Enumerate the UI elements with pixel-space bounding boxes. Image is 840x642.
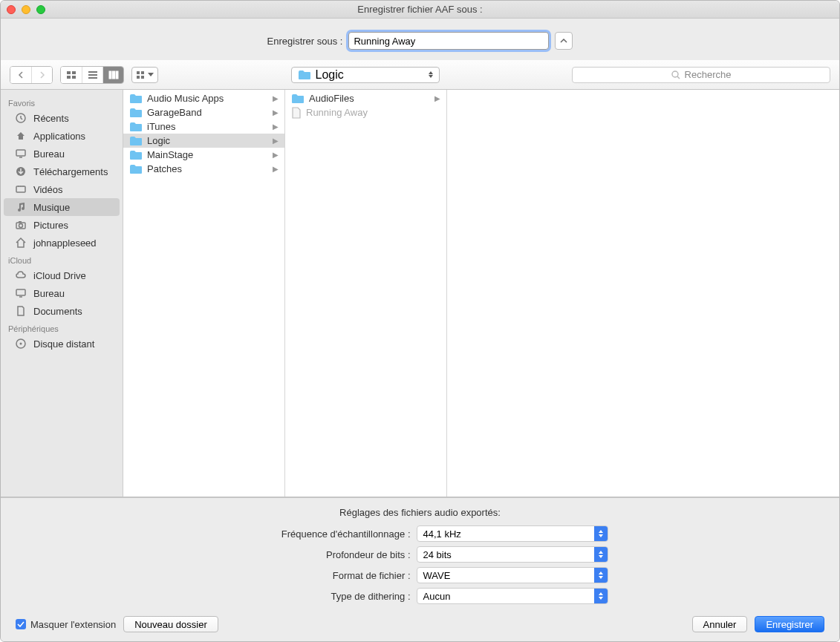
setting-select-3[interactable]: Aucun [417,588,608,604]
desktop-icon [14,286,27,300]
sidebar-item-vidéos[interactable]: Vidéos [1,180,123,198]
sidebar-item-applications[interactable]: Applications [1,127,123,145]
sidebar-item-musique[interactable]: Musique [4,198,120,216]
setting-select-1[interactable]: 24 bits [417,546,608,563]
file-icon [291,107,302,119]
sidebar-item-icloud-drive[interactable]: iCloud Drive [1,266,123,284]
svg-rect-2 [67,76,71,79]
sidebar-item-bureau[interactable]: Bureau [1,284,123,302]
setting-row: Profondeur de bits :24 bits [232,546,608,563]
sidebar-item-label: iCloud Drive [33,270,86,281]
chevron-right-icon: ▶ [273,165,279,173]
sidebar-item-pictures[interactable]: Pictures [1,216,123,234]
save-as-row: Enregistrer sous : [1,19,839,60]
forward-button[interactable] [31,67,52,83]
sidebar-item-label: Téléchargements [33,166,108,177]
folder-item-mainstage[interactable]: MainStage▶ [123,148,284,162]
item-label: GarageBand [147,107,202,118]
disc-icon [14,337,27,350]
item-label: MainStage [147,149,193,160]
path-selector[interactable]: Logic [291,67,440,83]
collapse-dialog-button[interactable] [555,32,573,50]
svg-point-21 [18,186,19,187]
icon-view-button[interactable] [61,67,82,83]
nav-buttons [10,66,53,84]
svg-line-15 [677,76,680,79]
setting-row: Fréquence d'échantillonnage :44,1 kHz [232,525,608,542]
checkbox-checked-icon [16,619,26,629]
save-button[interactable]: Enregistrer [755,616,824,632]
back-button[interactable] [10,67,31,83]
doc-icon [14,304,27,318]
footer: Masquer l'extension Nouveau dossier Annu… [1,609,839,641]
music-icon [14,200,27,214]
filename-input[interactable] [348,32,549,50]
column-view-button[interactable] [102,67,123,83]
sidebar-item-label: Musique [33,202,70,213]
export-settings-panel: Réglages des fichiers audio exportés: Fr… [1,497,839,609]
sidebar-item-téléchargements[interactable]: Téléchargements [1,163,123,180]
select-value: WAVE [423,570,451,581]
list-view-button[interactable] [82,67,102,83]
folder-item-logic[interactable]: Logic▶ [123,134,284,148]
close-button[interactable] [7,5,16,14]
setting-label: Type de dithering : [232,591,411,602]
camera-icon [14,218,27,232]
save-dialog-window: Enregistrer fichier AAF sous : Enregistr… [0,0,840,642]
save-as-label: Enregistrer sous : [267,36,343,47]
desktop-icon [14,147,27,160]
svg-rect-4 [88,71,97,73]
svg-rect-7 [109,71,111,79]
svg-rect-13 [141,76,144,79]
select-arrows-icon [594,568,608,583]
grouping-button[interactable] [131,67,158,83]
sidebar-item-label: Bureau [33,288,65,299]
minimize-button[interactable] [22,5,30,14]
chevron-right-icon: ▶ [273,122,279,131]
setting-select-0[interactable]: 44,1 kHz [417,525,608,542]
svg-point-25 [19,224,23,228]
svg-rect-26 [19,221,22,223]
chevron-right-icon: ▶ [273,137,279,145]
folder-icon [291,94,305,104]
sidebar-item-disque-distant[interactable]: Disque distant [1,335,123,353]
folder-item-itunes[interactable]: iTunes▶ [123,119,284,134]
cancel-button[interactable]: Annuler [692,616,748,632]
titlebar: Enregistrer fichier AAF sous : [1,1,839,19]
sidebar-header: Favoris [1,94,123,109]
chevron-right-icon: ▶ [273,108,279,117]
svg-rect-6 [88,77,97,79]
toolbar: Logic Recherche [1,60,839,90]
svg-rect-10 [137,71,140,74]
folder-item-audiofiles[interactable]: AudioFiles▶ [285,91,446,105]
folder-item-patches[interactable]: Patches▶ [123,162,284,176]
search-input[interactable]: Recherche [572,67,830,83]
hide-extension-checkbox[interactable]: Masquer l'extension [16,619,116,630]
window-title: Enregistrer fichier AAF sous : [1,4,839,15]
item-label: Logic [147,135,170,146]
chevron-right-icon: ▶ [273,151,279,159]
new-folder-button[interactable]: Nouveau dossier [123,616,218,632]
sidebar-item-label: Récents [33,113,69,124]
setting-label: Format de fichier : [232,570,411,581]
browser-column: AudioFiles▶Running Away [285,90,447,497]
sidebar-item-bureau[interactable]: Bureau [1,145,123,163]
hide-extension-label: Masquer l'extension [30,619,116,630]
sidebar-item-récents[interactable]: Récents [1,109,123,127]
setting-row: Format de fichier :WAVE [232,567,608,583]
sidebar-item-documents[interactable]: Documents [1,302,123,320]
svg-rect-1 [72,71,76,74]
folder-item-garageband[interactable]: GarageBand▶ [123,105,284,119]
file-item-running-away: Running Away [285,105,446,119]
sidebar-item-johnappleseed[interactable]: johnappleseed [1,234,123,252]
sidebar-item-label: johnappleseed [33,238,97,249]
item-label: Patches [147,163,182,174]
folder-item-audio-music-apps[interactable]: Audio Music Apps▶ [123,91,284,105]
maximize-button[interactable] [36,5,45,14]
search-placeholder: Recherche [685,69,732,80]
svg-rect-20 [16,186,25,192]
browser-column: Audio Music Apps▶GarageBand▶iTunes▶Logic… [123,90,285,497]
item-label: iTunes [147,121,176,132]
setting-select-2[interactable]: WAVE [417,567,608,583]
chevron-right-icon: ▶ [273,94,279,102]
